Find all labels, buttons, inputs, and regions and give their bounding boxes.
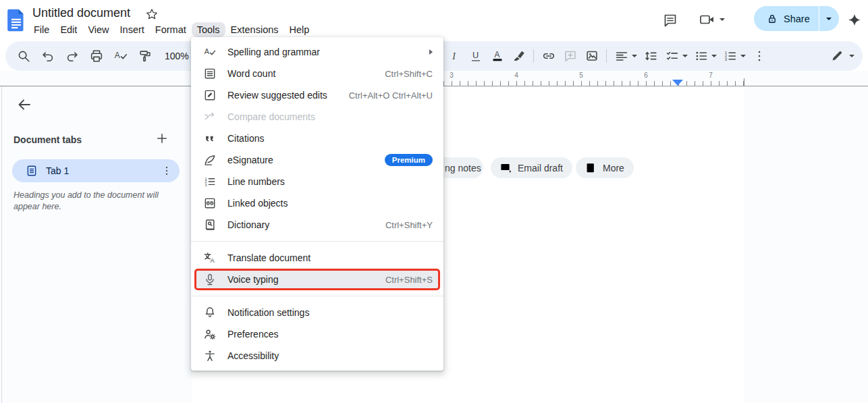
- search-menus-icon[interactable]: [15, 48, 32, 65]
- align-left-icon[interactable]: [613, 48, 630, 65]
- menu-item-shortcut: Ctrl+Shift+S: [385, 275, 433, 285]
- menu-item-accessibility[interactable]: Accessibility: [191, 345, 443, 367]
- add-comment-icon[interactable]: [562, 48, 578, 65]
- gemini-sparkle-icon[interactable]: [846, 12, 863, 28]
- svg-text:A: A: [494, 50, 499, 59]
- add-tab-icon[interactable]: [154, 130, 170, 146]
- menu-item-voice-typing[interactable]: Voice typing Ctrl+Shift+S: [194, 269, 440, 290]
- insert-image-icon[interactable]: [583, 48, 600, 65]
- menu-item-shortcut: Ctrl+Shift+C: [385, 69, 433, 79]
- menu-edit[interactable]: Edit: [55, 22, 82, 37]
- menu-item-translate-document[interactable]: A Translate document: [191, 247, 443, 269]
- docs-logo-icon[interactable]: [7, 8, 26, 32]
- menu-item-notification-settings[interactable]: Notification settings: [191, 302, 443, 323]
- esignature-icon: [203, 153, 217, 167]
- align-caret-icon[interactable]: [632, 55, 637, 57]
- svg-text:3: 3: [205, 183, 207, 187]
- menu-item-line-numbers[interactable]: 123 Line numbers: [191, 171, 443, 192]
- bulleted-list-caret-icon[interactable]: [711, 55, 717, 57]
- italic-icon[interactable]: I: [445, 48, 462, 65]
- menu-item-label: Review suggested edits: [227, 90, 327, 101]
- editing-mode-control[interactable]: [828, 48, 855, 65]
- share-caret-icon[interactable]: [819, 18, 839, 20]
- ruler-margin-tick: [744, 78, 744, 86]
- ruler-number: 6: [644, 72, 648, 79]
- chip-label: ng notes: [445, 163, 481, 173]
- numbered-list-control[interactable]: 123: [722, 48, 746, 65]
- menu-item-citations[interactable]: Citations: [191, 128, 443, 149]
- toolbar-separator: [533, 49, 534, 63]
- bulleted-list-icon[interactable]: [693, 48, 709, 65]
- close-outline-back-icon[interactable]: [16, 97, 32, 113]
- menu-format[interactable]: Format: [150, 22, 192, 37]
- menu-item-label: Translate document: [227, 252, 310, 263]
- bell-icon: [203, 306, 217, 319]
- menu-item-compare-documents: Compare documents: [191, 106, 443, 128]
- more-chip[interactable]: More: [576, 157, 634, 178]
- menu-item-word-count[interactable]: Word count Ctrl+Shift+C: [191, 63, 443, 84]
- menu-item-dictionary[interactable]: Dictionary Ctrl+Shift+Y: [191, 214, 443, 236]
- menu-item-shortcut: Ctrl+Shift+Y: [385, 220, 433, 230]
- paint-format-icon[interactable]: [136, 48, 153, 65]
- video-call-caret-icon[interactable]: [720, 18, 725, 21]
- right-indent-marker[interactable]: [672, 80, 683, 86]
- checklist-icon[interactable]: [663, 48, 680, 65]
- menu-item-review-suggested-edits[interactable]: Review suggested edits Ctrl+Alt+O Ctrl+A…: [191, 84, 443, 106]
- undo-icon[interactable]: [39, 48, 56, 65]
- line-numbers-icon: 123: [203, 175, 217, 188]
- menu-view[interactable]: View: [82, 22, 114, 37]
- redo-icon[interactable]: [63, 48, 80, 65]
- menu-item-preferences[interactable]: Preferences: [191, 323, 443, 345]
- menu-item-spelling-and-grammar[interactable]: A Spelling and grammar: [191, 41, 443, 63]
- align-control[interactable]: [613, 48, 637, 65]
- header: Untitled document File Edit View Insert …: [0, 0, 868, 41]
- video-call-button[interactable]: [699, 11, 725, 28]
- star-icon[interactable]: [145, 7, 159, 21]
- document-tabs-title: Document tabs: [13, 134, 82, 145]
- menu-insert[interactable]: Insert: [115, 22, 150, 37]
- menu-file[interactable]: File: [28, 22, 55, 37]
- share-button[interactable]: Share: [754, 6, 839, 31]
- chip-label: More: [603, 163, 624, 173]
- menu-item-esignature[interactable]: eSignature Premium: [191, 149, 443, 171]
- svg-text:A: A: [114, 51, 119, 60]
- tab-options-kebab-icon[interactable]: [161, 165, 173, 177]
- tab-1-item[interactable]: Tab 1: [12, 159, 180, 182]
- menu-item-label: Line numbers: [227, 176, 285, 187]
- text-color-icon[interactable]: A: [489, 48, 506, 65]
- print-icon[interactable]: [88, 48, 105, 65]
- editing-mode-caret-icon[interactable]: [849, 55, 855, 57]
- ruler-number: 4: [514, 72, 518, 79]
- tools-menu: A Spelling and grammar Word count Ctrl+S…: [191, 37, 443, 371]
- review-edits-icon: [203, 88, 217, 102]
- menu-item-shortcut: Ctrl+Alt+O Ctrl+Alt+U: [349, 90, 433, 101]
- menu-item-label: Preferences: [227, 329, 278, 340]
- menu-help[interactable]: Help: [284, 22, 315, 37]
- menu-item-linked-objects[interactable]: Linked objects: [191, 192, 443, 214]
- spellcheck-icon[interactable]: A: [112, 48, 129, 65]
- numbered-list-caret-icon[interactable]: [740, 55, 746, 57]
- menu-tools[interactable]: Tools: [192, 22, 225, 37]
- microphone-icon: [203, 273, 217, 286]
- tab-document-icon: [26, 165, 38, 177]
- meeting-notes-chip[interactable]: ng notes: [443, 157, 483, 178]
- submenu-arrow-icon: [429, 49, 433, 55]
- menu-extensions[interactable]: Extensions: [225, 22, 284, 37]
- menu-item-label: Linked objects: [227, 198, 288, 209]
- bulleted-list-control[interactable]: [693, 48, 717, 65]
- email-draft-chip[interactable]: Email draft: [491, 157, 572, 178]
- more-options-icon[interactable]: [751, 48, 767, 65]
- insert-link-icon[interactable]: [540, 48, 557, 65]
- doc-plus-icon: [585, 161, 597, 174]
- comment-history-icon[interactable]: [661, 11, 679, 29]
- google-docs-app: Untitled document File Edit View Insert …: [0, 0, 868, 403]
- underline-icon[interactable]: U: [467, 48, 484, 65]
- checklist-control[interactable]: [663, 48, 688, 65]
- document-title[interactable]: Untitled document: [32, 6, 130, 20]
- highlight-color-icon[interactable]: [510, 48, 527, 65]
- line-spacing-icon[interactable]: [642, 48, 659, 65]
- numbered-list-icon[interactable]: 123: [722, 48, 738, 65]
- menu-divider: [191, 296, 443, 296]
- checklist-caret-icon[interactable]: [682, 55, 688, 57]
- editing-mode-pen-icon[interactable]: [828, 48, 845, 65]
